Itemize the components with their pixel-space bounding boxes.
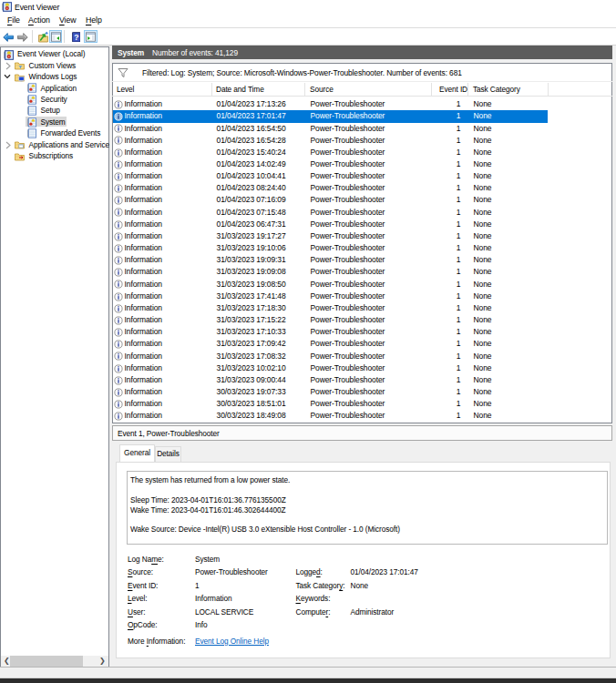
- svg-text:?: ?: [74, 32, 78, 41]
